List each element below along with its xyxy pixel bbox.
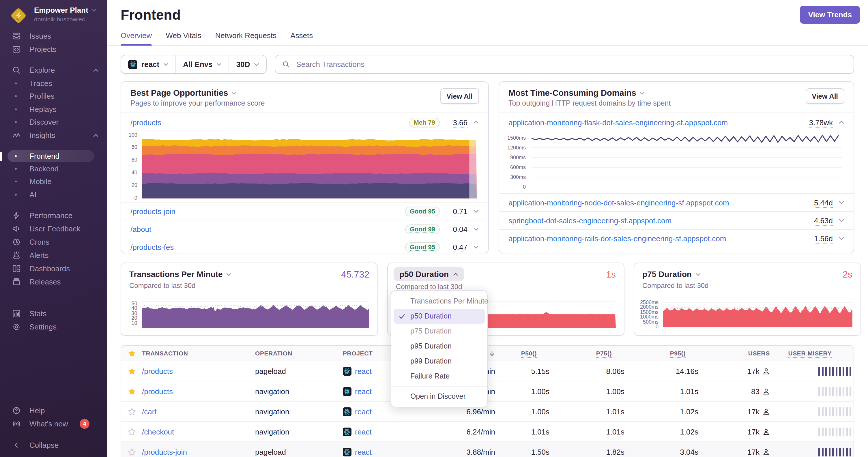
tab-web-vitals[interactable]: Web Vitals bbox=[166, 31, 201, 45]
sidebar-item-mobile[interactable]: Mobile bbox=[0, 175, 107, 188]
transaction-link[interactable]: /products-fes bbox=[130, 242, 174, 251]
sidebar-item-issues[interactable]: Issues bbox=[0, 29, 107, 43]
transaction-link[interactable]: /products bbox=[130, 118, 161, 127]
table-header-p75-[interactable]: P75() bbox=[552, 350, 627, 357]
sidebar-item-explore[interactable]: Explore bbox=[0, 63, 107, 77]
org-switcher[interactable]: Empower Plant dominik.buszowiec… bbox=[0, 0, 107, 25]
project-link[interactable]: react bbox=[355, 427, 372, 436]
chevron-up-icon[interactable] bbox=[839, 120, 844, 125]
p50-metric-dropdown-trigger[interactable]: p50 Duration bbox=[394, 267, 464, 281]
p95-cell: 1.01s bbox=[627, 387, 701, 396]
tab-overview[interactable]: Overview bbox=[121, 31, 152, 45]
domain-link[interactable]: application-monitoring-flask-dot-sales-e… bbox=[508, 118, 728, 127]
sidebar-item-crons[interactable]: Crons bbox=[0, 235, 107, 249]
project-link[interactable]: react bbox=[355, 367, 372, 376]
score-badge: Good 95 bbox=[405, 206, 440, 216]
chevron-up-icon[interactable] bbox=[473, 120, 479, 125]
sidebar-item-ai[interactable]: AI bbox=[0, 188, 107, 201]
sidebar-item-backend[interactable]: Backend bbox=[0, 162, 107, 175]
score-badge-label: Good 99 bbox=[410, 225, 435, 233]
sidebar-item-insights[interactable]: Insights bbox=[0, 129, 107, 142]
table-header-user-misery[interactable]: USER MISERY bbox=[772, 350, 854, 357]
sidebar-item-projects[interactable]: Projects bbox=[0, 43, 107, 56]
axis-tick-label: 1500ms bbox=[507, 135, 526, 140]
sidebar-item-dashboards[interactable]: Dashboards bbox=[0, 262, 107, 275]
menu-item-p95-duration[interactable]: p95 Duration bbox=[394, 339, 485, 354]
star-outline-icon[interactable] bbox=[121, 427, 142, 436]
sidebar-item-whats-new[interactable]: What's new4 bbox=[0, 417, 107, 430]
p75-metric-dropdown[interactable]: p75 Duration bbox=[642, 269, 700, 279]
menu-item-failure-rate[interactable]: Failure Rate bbox=[394, 369, 485, 384]
domains-view-all-button[interactable]: View All bbox=[805, 88, 844, 104]
sidebar-item-stats[interactable]: Stats bbox=[0, 307, 107, 320]
transaction-link[interactable]: /products bbox=[142, 367, 173, 376]
menu-item-p99-duration[interactable]: p99 Duration bbox=[394, 354, 485, 369]
menu-item-open-in-discover[interactable]: Open in Discover bbox=[394, 389, 485, 404]
project-link[interactable]: react bbox=[355, 407, 372, 416]
chevron-down-icon[interactable] bbox=[839, 200, 844, 205]
transaction-link[interactable]: /products bbox=[142, 387, 173, 396]
stats-icon bbox=[12, 309, 21, 318]
sidebar-item-discover[interactable]: Discover bbox=[0, 116, 107, 129]
sidebar-item-collapse[interactable]: Collapse bbox=[0, 438, 107, 452]
dashboards-icon bbox=[12, 264, 21, 273]
chevron-down-icon[interactable] bbox=[473, 208, 479, 214]
domain-link[interactable]: springboot-dot-sales-engineering-sf.apps… bbox=[508, 216, 672, 225]
transaction-link[interactable]: /about bbox=[130, 225, 151, 233]
table-header-p95-[interactable]: P95() bbox=[627, 350, 701, 357]
tab-assets[interactable]: Assets bbox=[290, 31, 313, 45]
star-outline-icon[interactable] bbox=[121, 448, 142, 456]
star-filled-icon[interactable] bbox=[121, 387, 142, 396]
star-filled-icon[interactable] bbox=[121, 367, 142, 376]
chevron-down-icon[interactable] bbox=[839, 235, 844, 241]
time-consuming-domains-panel: Most Time-Consuming Domains Top outgoing… bbox=[499, 81, 854, 253]
tpm-chart[interactable]: 5040302010 bbox=[129, 298, 369, 328]
domains-title-dropdown[interactable]: Most Time-Consuming Domains bbox=[508, 88, 805, 98]
transaction-link[interactable]: /products-join bbox=[142, 448, 187, 456]
sidebar-item-user-feedback[interactable]: User Feedback bbox=[0, 222, 107, 235]
project-filter[interactable]: react bbox=[121, 55, 176, 73]
p75-chart[interactable]: 2500ms2000ms1500ms1000ms500ms0 bbox=[642, 299, 852, 328]
sidebar-footer: HelpWhat's new4Collapse bbox=[0, 404, 107, 457]
star-outline-icon[interactable] bbox=[121, 407, 142, 416]
sidebar-item-profiles[interactable]: Profiles bbox=[0, 90, 107, 103]
project-link[interactable]: react bbox=[355, 387, 372, 396]
menu-item-transactions-per-minute[interactable]: Transactions Per Minute bbox=[394, 294, 485, 309]
p75-cell: 1.00s bbox=[552, 387, 627, 396]
sidebar-item-help[interactable]: Help bbox=[0, 404, 107, 417]
sidebar-item-performance[interactable]: Performance bbox=[0, 208, 107, 222]
sidebar-item-traces[interactable]: Traces bbox=[0, 77, 107, 90]
date-range-filter[interactable]: 30D bbox=[229, 55, 266, 73]
menu-item-p75-duration[interactable]: p75 Duration bbox=[394, 324, 485, 339]
page-score-chart[interactable]: 100806040200 bbox=[121, 132, 488, 202]
chevron-down-icon[interactable] bbox=[473, 244, 479, 250]
chevron-down-icon[interactable] bbox=[839, 218, 844, 223]
domain-link[interactable]: application-monitoring-node-dot-sales-en… bbox=[508, 198, 729, 207]
transaction-link[interactable]: /products-join bbox=[130, 207, 176, 216]
users-count: 17k bbox=[747, 407, 760, 416]
best-pages-title-dropdown[interactable]: Best Page Opportunities bbox=[130, 88, 440, 98]
domain-time-chart[interactable]: 1500ms1200ms900ms600ms300ms0 bbox=[499, 132, 854, 193]
menu-item-label: Failure Rate bbox=[410, 372, 450, 380]
transaction-link[interactable]: /cart bbox=[142, 407, 157, 416]
tab-network-requests[interactable]: Network Requests bbox=[215, 31, 276, 45]
environment-filter[interactable]: All Envs bbox=[176, 55, 229, 73]
domain-link[interactable]: application-monitoring-rails-dot-sales-e… bbox=[508, 234, 726, 242]
sidebar-item-frontend[interactable]: Frontend bbox=[7, 150, 94, 162]
tpm-metric-dropdown[interactable]: Transactions Per Minute bbox=[129, 269, 231, 279]
view-trends-button[interactable]: View Trends bbox=[800, 6, 860, 24]
y-axis-labels: 100806040200 bbox=[127, 133, 140, 199]
sidebar-item-replays[interactable]: Replays bbox=[0, 103, 107, 116]
best-pages-view-all-button[interactable]: View All bbox=[440, 88, 479, 104]
sidebar-item-label: Crons bbox=[29, 237, 49, 246]
search-input[interactable] bbox=[295, 59, 847, 69]
sidebar-item-alerts[interactable]: Alerts bbox=[0, 249, 107, 262]
menu-item-p50-duration[interactable]: p50 Duration bbox=[394, 309, 485, 324]
chevron-down-icon[interactable] bbox=[473, 226, 479, 232]
project-link[interactable]: react bbox=[355, 448, 372, 456]
table-header-p50-[interactable]: P50() bbox=[496, 350, 552, 357]
sidebar-item-settings[interactable]: Settings bbox=[0, 320, 107, 333]
page-opportunity-row: /aboutGood 990.04 bbox=[121, 220, 488, 238]
transaction-link[interactable]: /checkout bbox=[142, 427, 174, 436]
sidebar-item-releases[interactable]: Releases bbox=[0, 275, 107, 288]
